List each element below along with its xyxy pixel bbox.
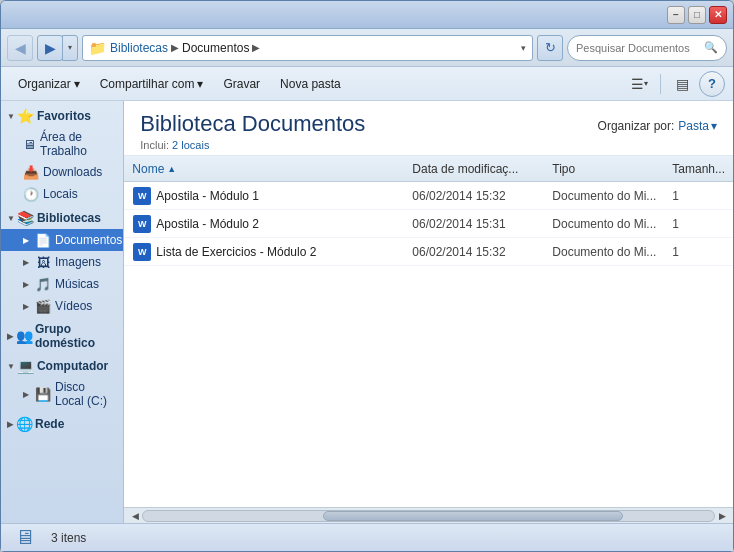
computador-icon: 💻 xyxy=(18,358,34,374)
disco-icon: 💾 xyxy=(35,386,51,402)
sidebar-item-musicas[interactable]: ▶ 🎵 Músicas xyxy=(1,273,123,295)
title-bar: − □ ✕ xyxy=(1,1,733,29)
sidebar-item-videos[interactable]: ▶ 🎬 Vídeos xyxy=(1,295,123,317)
computador-label: Computador xyxy=(37,359,108,373)
sidebar-group-bibliotecas[interactable]: ▼ 📚 Bibliotecas xyxy=(1,207,123,229)
preview-icon: ▤ xyxy=(676,76,689,92)
word-doc-icon-1: W xyxy=(133,215,151,233)
library-title: Biblioteca Documentos xyxy=(140,111,365,137)
file-date-1: 06/02/2014 15:31 xyxy=(412,217,552,231)
library-info: Biblioteca Documentos Inclui: 2 locais xyxy=(140,111,365,151)
close-button[interactable]: ✕ xyxy=(709,6,727,24)
new-folder-button[interactable]: Nova pasta xyxy=(271,71,350,97)
column-name-label: Nome xyxy=(132,162,164,176)
column-name[interactable]: Nome ▲ xyxy=(132,162,412,176)
sidebar-item-area-de-trabalho[interactable]: 🖥 Área de Trabalho xyxy=(1,127,123,161)
minimize-button[interactable]: − xyxy=(667,6,685,24)
organize-dropdown-icon: ▾ xyxy=(74,77,80,91)
share-dropdown-icon: ▾ xyxy=(197,77,203,91)
musicas-icon: 🎵 xyxy=(35,276,51,292)
sidebar-group-rede[interactable]: ▶ 🌐 Rede xyxy=(1,413,123,435)
breadcrumb[interactable]: 📁 Bibliotecas ▶ Documentos ▶ ▾ xyxy=(82,35,533,61)
view-dropdown-icon: ▾ xyxy=(644,79,648,88)
sidebar-group-computador[interactable]: ▼ 💻 Computador xyxy=(1,355,123,377)
column-type[interactable]: Tipo xyxy=(552,162,672,176)
organize-by-value[interactable]: Pasta ▾ xyxy=(678,119,717,133)
refresh-button[interactable]: ↻ xyxy=(537,35,563,61)
back-button[interactable]: ◀ xyxy=(7,35,33,61)
rede-label: Rede xyxy=(35,417,64,431)
organize-button[interactable]: Organizar ▾ xyxy=(9,71,89,97)
breadcrumb-item-documentos[interactable]: Documentos xyxy=(182,41,249,55)
maximize-button[interactable]: □ xyxy=(688,6,706,24)
help-button[interactable]: ? xyxy=(699,71,725,97)
horizontal-scrollbar[interactable] xyxy=(142,510,715,522)
record-button[interactable]: Gravar xyxy=(214,71,269,97)
window: − □ ✕ ◀ ▶ ▾ 📁 Bibliotecas ▶ Documentos ▶… xyxy=(0,0,734,552)
share-label: Compartilhar com xyxy=(100,77,195,91)
share-button[interactable]: Compartilhar com ▾ xyxy=(91,71,213,97)
column-size-label: Tamanh... xyxy=(672,162,725,176)
record-label: Gravar xyxy=(223,77,260,91)
sidebar-section-bibliotecas: ▼ 📚 Bibliotecas ▶ 📄 Documentos ▶ 🖼 Image… xyxy=(1,207,123,317)
file-icon-0: W xyxy=(132,186,152,206)
sidebar-group-grupo[interactable]: ▶ 👥 Grupo doméstico xyxy=(1,319,123,353)
documentos-folder-icon: 📄 xyxy=(35,232,51,248)
rede-icon: 🌐 xyxy=(16,416,32,432)
forward-button[interactable]: ▶ xyxy=(37,35,63,61)
file-row-1[interactable]: W Apostila - Módulo 2 06/02/2014 15:31 D… xyxy=(124,210,733,238)
library-subtitle: Inclui: 2 locais xyxy=(140,139,365,151)
column-type-label: Tipo xyxy=(552,162,575,176)
view-icon: ☰ xyxy=(631,76,644,92)
sidebar-item-downloads[interactable]: 📥 Downloads xyxy=(1,161,123,183)
sidebar-group-favoritos[interactable]: ▼ ⭐ Favoritos xyxy=(1,105,123,127)
sidebar-section-favoritos: ▼ ⭐ Favoritos 🖥 Área de Trabalho 📥 Downl… xyxy=(1,105,123,205)
breadcrumb-item-bibliotecas[interactable]: Bibliotecas xyxy=(110,41,168,55)
organize-by-dropdown-icon: ▾ xyxy=(711,119,717,133)
area-de-trabalho-label: Área de Trabalho xyxy=(40,130,113,158)
view-toggle-button[interactable]: ☰ ▾ xyxy=(626,71,652,97)
sidebar-section-computador: ▼ 💻 Computador ▶ 💾 Disco Local (C:) xyxy=(1,355,123,411)
search-box[interactable]: 🔍 xyxy=(567,35,727,61)
videos-expand-icon: ▶ xyxy=(23,302,29,311)
toolbar-right: ☰ ▾ ▤ ? xyxy=(626,71,725,97)
breadcrumb-end-separator: ▶ xyxy=(252,42,260,53)
preview-pane-button[interactable]: ▤ xyxy=(669,71,695,97)
imagens-expand-icon: ▶ xyxy=(23,258,29,267)
file-row-0[interactable]: W Apostila - Módulo 1 06/02/2014 15:32 D… xyxy=(124,182,733,210)
sidebar-item-documentos[interactable]: ▶ 📄 Documentos xyxy=(1,229,123,251)
search-input[interactable] xyxy=(576,42,704,54)
file-date-2: 06/02/2014 15:32 xyxy=(412,245,552,259)
forward-icon: ▶ xyxy=(45,40,56,56)
dropdown-icon: ▾ xyxy=(68,43,72,52)
computador-arrow-icon: ▼ xyxy=(7,362,15,371)
word-doc-icon-2: W xyxy=(133,243,151,261)
file-date-0: 06/02/2014 15:32 xyxy=(412,189,552,203)
grupo-arrow-icon: ▶ xyxy=(7,332,13,341)
organize-by: Organizar por: Pasta ▾ xyxy=(598,119,717,133)
sidebar-item-disco-local[interactable]: ▶ 💾 Disco Local (C:) xyxy=(1,377,123,411)
file-size-1: 1 xyxy=(672,217,725,231)
subtitle-link[interactable]: 2 locais xyxy=(172,139,209,151)
file-row-2[interactable]: W Lista de Exercicios - Módulo 2 06/02/2… xyxy=(124,238,733,266)
title-bar-buttons: − □ ✕ xyxy=(667,6,727,24)
scroll-right-button[interactable]: ▶ xyxy=(715,509,729,523)
file-size-0: 1 xyxy=(672,189,725,203)
sidebar: ▼ ⭐ Favoritos 🖥 Área de Trabalho 📥 Downl… xyxy=(1,101,124,523)
column-size[interactable]: Tamanh... xyxy=(672,162,725,176)
scrollbar-thumb[interactable] xyxy=(323,511,623,521)
sidebar-item-imagens[interactable]: ▶ 🖼 Imagens xyxy=(1,251,123,273)
file-type-1: Documento do Mi... xyxy=(552,217,672,231)
scrollbar-area: ◀ ▶ xyxy=(124,507,733,523)
column-date[interactable]: Data de modificaç... xyxy=(412,162,552,176)
area-de-trabalho-icon: 🖥 xyxy=(23,136,36,152)
nav-dropdown-button[interactable]: ▾ xyxy=(62,35,78,61)
locais-icon: 🕐 xyxy=(23,186,39,202)
musicas-label: Músicas xyxy=(55,277,99,291)
imagens-label: Imagens xyxy=(55,255,101,269)
toolbar-separator xyxy=(660,74,661,94)
content-header: Biblioteca Documentos Inclui: 2 locais O… xyxy=(124,101,733,156)
scroll-left-button[interactable]: ◀ xyxy=(128,509,142,523)
file-icon-2: W xyxy=(132,242,152,262)
sidebar-item-locais[interactable]: 🕐 Locais xyxy=(1,183,123,205)
